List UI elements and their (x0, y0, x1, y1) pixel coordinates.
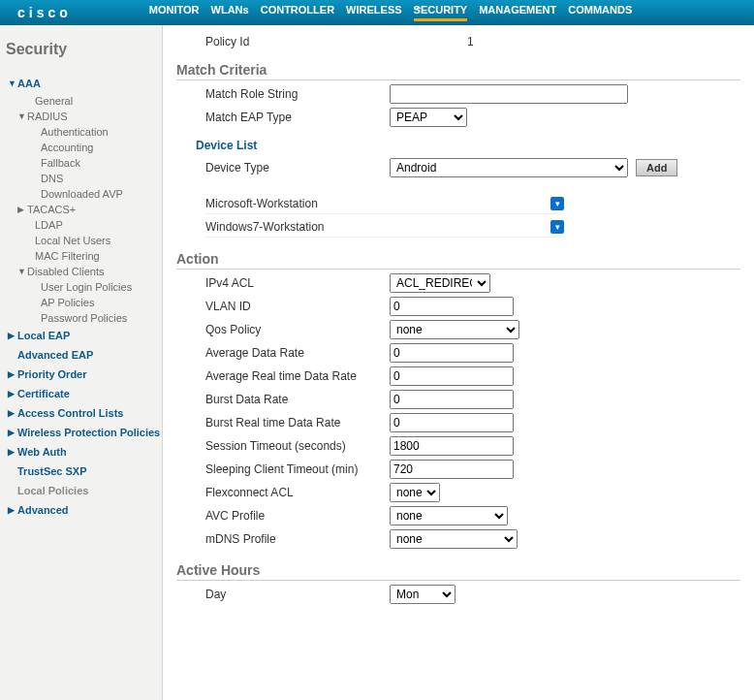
dropdown-icon[interactable]: ▾ (550, 220, 564, 234)
sidebar-item-label: Certificate (17, 388, 70, 399)
sidebar-sub2: User Login PoliciesAP PoliciesPassword P… (17, 279, 162, 326)
action-label: Session Timeout (seconds) (205, 439, 390, 453)
action-row-avc-profile: AVC Profilenone (176, 506, 740, 525)
action-input-burst-data-rate[interactable] (390, 390, 514, 409)
action-label: Average Real time Data Rate (205, 369, 390, 383)
nav-management[interactable]: MANAGEMENT (479, 4, 556, 21)
sidebar-item-password-policies[interactable]: Password Policies (27, 310, 162, 326)
action-row-qos-policy: Qos Policynone (176, 320, 740, 339)
sidebar-item-local-policies[interactable]: Local Policies (8, 481, 162, 500)
nav-security[interactable]: SECURITY (414, 4, 468, 21)
action-select-avc-profile[interactable]: none (390, 506, 508, 525)
sidebar-item-accounting[interactable]: Accounting (27, 140, 162, 155)
triangle-icon: ▶ (8, 369, 17, 379)
nav-bar: MONITORWLANsCONTROLLERWIRELESSSECURITYMA… (149, 4, 632, 21)
device-type-row: Device Type Android Add (176, 158, 740, 177)
sidebar-item-access-control-lists[interactable]: ▶Access Control Lists (8, 403, 162, 423)
sidebar-item-mac-filtering[interactable]: MAC Filtering (17, 248, 162, 264)
action-label: VLAN ID (205, 300, 390, 313)
action-input-average-data-rate[interactable] (390, 343, 514, 363)
sidebar-item-disabled-clients[interactable]: ▼Disabled Clients (17, 264, 162, 279)
nav-wlans[interactable]: WLANs (211, 4, 249, 21)
action-control (390, 366, 514, 386)
match-role-label: Match Role String (205, 87, 390, 101)
sidebar-item-fallback[interactable]: Fallback (27, 155, 162, 171)
sidebar-sub: General▼RADIUSAuthenticationAccountingFa… (8, 93, 162, 326)
device-type-label: Device Type (205, 161, 390, 175)
action-control (390, 343, 514, 363)
sidebar-item-tacacs+[interactable]: ▶TACACS+ (17, 202, 162, 217)
match-criteria-header: Match Criteria (176, 62, 740, 80)
sidebar-item-label: Wireless Protection Policies (17, 427, 160, 438)
sidebar-item-label: Access Control Lists (17, 407, 123, 419)
device-row: Microsoft-Workstation▾ (205, 194, 564, 214)
action-input-burst-real-time-data-rate[interactable] (390, 413, 514, 432)
triangle-icon: ▶ (8, 505, 17, 515)
action-control (390, 436, 514, 456)
action-row-average-data-rate: Average Data Rate (176, 343, 740, 363)
sidebar-sub2: AuthenticationAccountingFallbackDNSDownl… (17, 124, 162, 202)
triangle-icon: ▼ (17, 111, 27, 121)
action-input-average-real-time-data-rate[interactable] (390, 366, 514, 386)
device-list-header: Device List (196, 139, 740, 152)
add-button[interactable]: Add (636, 159, 677, 176)
sidebar-item-radius[interactable]: ▼RADIUS (17, 109, 162, 124)
triangle-icon: ▼ (17, 267, 27, 276)
action-control: ACL_REDIRECT (390, 273, 490, 293)
action-control: none (390, 529, 518, 549)
sidebar-item-downloaded-avp[interactable]: Downloaded AVP (27, 186, 162, 202)
triangle-icon: ▼ (8, 79, 17, 88)
action-label: Qos Policy (205, 323, 390, 336)
action-select-flexconnect-acl[interactable]: none (390, 483, 440, 502)
sidebar-item-ap-policies[interactable]: AP Policies (27, 295, 162, 310)
action-input-sleeping-client-timeout-(min)[interactable] (390, 460, 514, 479)
action-row-vlan-id: VLAN ID (176, 297, 740, 316)
sidebar-item-label: Web Auth (17, 446, 67, 458)
sidebar-item-authentication[interactable]: Authentication (27, 124, 162, 140)
brand-logo: cisco (17, 5, 72, 20)
match-role-input[interactable] (390, 84, 628, 104)
action-row-average-real-time-data-rate: Average Real time Data Rate (176, 366, 740, 386)
device-type-select[interactable]: Android (390, 158, 628, 177)
content: Policy Id 1 Match Criteria Match Role St… (163, 25, 754, 700)
top-bar: cisco MONITORWLANsCONTROLLERWIRELESSSECU… (0, 0, 754, 25)
sidebar-item-user-login-policies[interactable]: User Login Policies (27, 279, 162, 295)
sidebar-item-local-net-users[interactable]: Local Net Users (17, 233, 162, 248)
sidebar-item-trustsec-sxp[interactable]: TrustSec SXP (8, 461, 162, 481)
triangle-icon: ▶ (17, 205, 27, 214)
action-select-ipv4-acl[interactable]: ACL_REDIRECT (390, 273, 490, 293)
nav-wireless[interactable]: WIRELESS (346, 4, 401, 21)
action-header: Action (176, 251, 740, 270)
action-input-vlan-id[interactable] (390, 297, 514, 316)
sidebar-item-priority-order[interactable]: ▶Priority Order (8, 365, 162, 384)
action-label: Sleeping Client Timeout (min) (205, 462, 390, 476)
action-select-qos-policy[interactable]: none (390, 320, 519, 339)
action-select-mdns-profile[interactable]: none (390, 529, 518, 549)
nav-monitor[interactable]: MONITOR (149, 4, 200, 21)
triangle-icon: ▶ (8, 428, 17, 437)
action-control (390, 460, 514, 479)
sidebar-item-advanced[interactable]: ▶Advanced (8, 500, 162, 520)
sidebar-item-label: TACACS+ (27, 204, 76, 215)
day-select[interactable]: Mon (390, 585, 456, 604)
policy-id-value: 1 (467, 35, 474, 48)
dropdown-icon[interactable]: ▾ (550, 197, 564, 210)
nav-controller[interactable]: CONTROLLER (261, 4, 334, 21)
sidebar-item-label: TrustSec SXP (17, 465, 87, 477)
sidebar-item-dns[interactable]: DNS (27, 171, 162, 186)
sidebar-item-certificate[interactable]: ▶Certificate (8, 384, 162, 403)
sidebar-item-ldap[interactable]: LDAP (17, 217, 162, 233)
sidebar-item-local-eap[interactable]: ▶Local EAP (8, 326, 162, 345)
sidebar-item-aaa[interactable]: ▼AAA (8, 74, 162, 93)
sidebar-item-advanced-eap[interactable]: Advanced EAP (8, 345, 162, 365)
action-input-session-timeout-(seconds)[interactable] (390, 436, 514, 456)
action-label: Average Data Rate (205, 346, 390, 360)
sidebar-item-label: Disabled Clients (27, 266, 104, 277)
action-row-burst-data-rate: Burst Data Rate (176, 390, 740, 409)
match-eap-select[interactable]: PEAP (390, 108, 467, 127)
sidebar-item-web-auth[interactable]: ▶Web Auth (8, 442, 162, 461)
action-row-mdns-profile: mDNS Profilenone (176, 529, 740, 549)
sidebar-item-general[interactable]: General (17, 93, 162, 109)
nav-commands[interactable]: COMMANDS (568, 4, 632, 21)
sidebar-item-wireless-protection-policies[interactable]: ▶Wireless Protection Policies (8, 423, 162, 442)
